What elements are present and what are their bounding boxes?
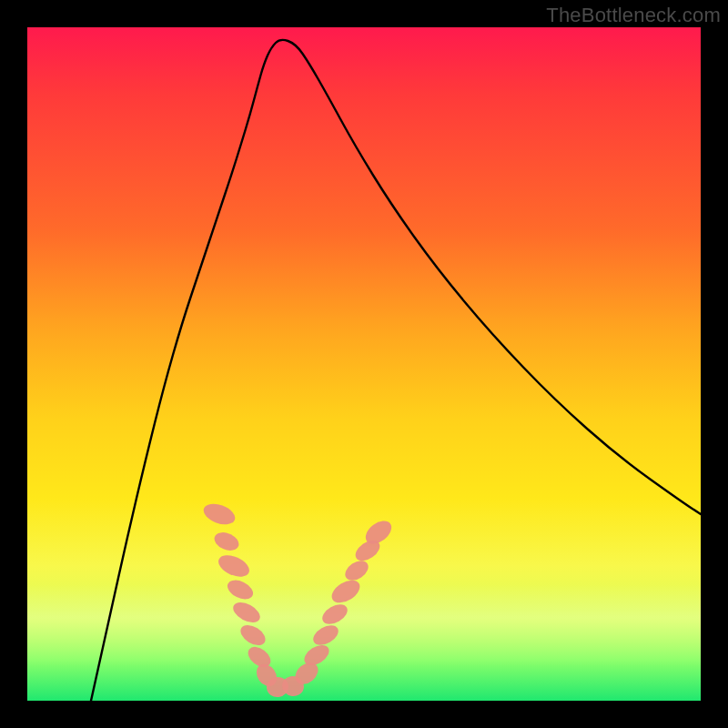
marker-blobs bbox=[201, 500, 396, 698]
bottleneck-curve bbox=[91, 40, 701, 701]
marker-blob bbox=[238, 621, 269, 649]
marker-blob bbox=[215, 551, 252, 581]
marker-blob bbox=[328, 576, 363, 608]
watermark-text: TheBottleneck.com bbox=[546, 4, 721, 27]
chart-svg bbox=[27, 27, 701, 701]
marker-blob bbox=[319, 601, 351, 629]
marker-blob bbox=[230, 599, 264, 627]
chart-frame: TheBottleneck.com bbox=[0, 0, 728, 728]
marker-blob bbox=[225, 576, 257, 602]
marker-blob bbox=[201, 500, 238, 528]
marker-blob bbox=[341, 557, 371, 585]
marker-blob bbox=[212, 529, 242, 553]
marker-blob bbox=[310, 622, 342, 650]
plot-area bbox=[27, 27, 701, 701]
